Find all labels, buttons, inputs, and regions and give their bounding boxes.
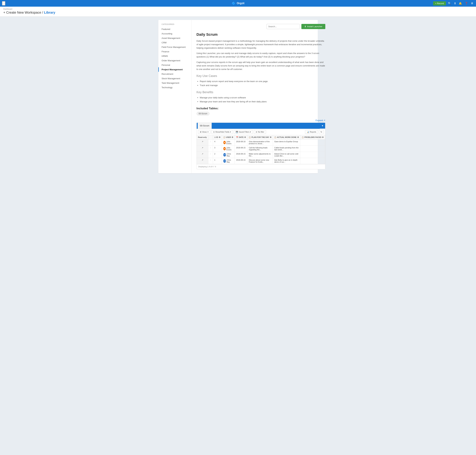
expand-label: Expand (315, 119, 323, 122)
monitor-icon-btn[interactable]: 🖥 (470, 1, 474, 6)
col-user-label: USER (226, 136, 231, 138)
key-use-cases-heading: Key Use Cases (197, 74, 326, 78)
sidebar-item-project-management[interactable]: Project Management (158, 67, 191, 72)
description-paragraph: Capturing your scrums reports in the scr… (197, 61, 326, 71)
page-title-bold: Library (44, 11, 55, 14)
cell-actual: Ask Betty to give an in depth demo of ou… (273, 158, 300, 164)
table-body: ↗⋮4JEJulia Evans2018-08-16Give demonstra… (197, 139, 325, 164)
sidebar-item-hrms[interactable]: HRMS (158, 54, 191, 58)
table-row: ↗⋮4JEJulia Evans2018-08-16Give demonstra… (197, 139, 325, 146)
col-header-actual: 📋 ACTUAL WORK DONE ⚙ (273, 135, 300, 139)
sidebar-item-featured[interactable]: Featured (158, 27, 191, 31)
sidebar-item-field-force-management[interactable]: Field Force Management (158, 45, 191, 49)
saved-filters-icon: 💾 (236, 131, 238, 133)
cell-plan: Call the following leads regarding the..… (247, 146, 273, 152)
cell-plan: Discuss about some new Feature for Euifa… (247, 158, 273, 164)
table-row: ↗⋮1CBChris Bay2018-08-16Discuss about so… (197, 158, 325, 164)
main-container: CATEGORIES FeaturedAccountingAsset Manag… (155, 16, 321, 177)
cell-date: 2018-08-15 (235, 146, 247, 152)
col-id-label: ID (216, 136, 218, 138)
app-name: Orgzit (237, 2, 244, 5)
display-count: Displaying 1-4 of 4 (198, 166, 213, 168)
cell-id: 1 (213, 158, 222, 164)
no-filter-button[interactable]: ⊘ No filter (254, 130, 266, 134)
footer-refresh-icon[interactable]: ↻ (215, 166, 216, 168)
main-content: ⬇ Install Launcher Daily Scrum Daily Scr… (192, 20, 330, 173)
sidebar-item-finance[interactable]: Finance (158, 49, 191, 54)
col-header-read-only: Read-only (197, 135, 208, 139)
col-date-label: DATE (239, 136, 244, 138)
upload-icon-btn[interactable]: ⬆ (453, 1, 457, 6)
sidebar-item-accounting[interactable]: Accounting (158, 31, 191, 36)
actual-col-icon: 📋 (274, 136, 276, 138)
row-expand-icon[interactable]: ↗ (197, 158, 208, 164)
tab-dropdown-icon[interactable]: ▾ (320, 123, 325, 129)
sidebar-item-personal[interactable]: Personal (158, 63, 191, 67)
saved-filters-chevron: ▾ (250, 131, 251, 133)
help-icon-btn[interactable]: ❓ (464, 1, 469, 6)
sidebar-item-crm[interactable]: CRM (158, 40, 191, 45)
table-tag: 00-Scrum (197, 112, 210, 115)
page-title-light: + Create New Workspace / (3, 11, 43, 14)
problems-col-settings-icon[interactable]: ⚙ (322, 136, 324, 138)
sidebar-item-recruitment[interactable]: Recruitment (158, 72, 191, 76)
row-action-menu[interactable]: ⋮ (210, 153, 212, 155)
actual-col-settings-icon[interactable]: ⚙ (297, 136, 299, 138)
sidebar-item-asset-management[interactable]: Asset Management (158, 36, 191, 40)
reports-button[interactable]: 📊 Reports (305, 130, 318, 134)
cell-actual: Gave demo to Equifax Group (273, 139, 300, 146)
cell-problems (300, 146, 325, 152)
install-label: Install Launcher (307, 25, 322, 28)
sidebar-item-stock-management[interactable]: Stock Management (158, 76, 191, 81)
plan-col-icon: 📋 (249, 136, 251, 138)
no-filter-label: No filter (258, 131, 264, 133)
workspace-title: Daily Scrum (197, 32, 326, 37)
saved-filters-button[interactable]: 💾 Saved Filters ▾ (234, 130, 253, 134)
hamburger-menu[interactable]: ☰ (2, 1, 5, 6)
refresh-button[interactable]: ↻ (319, 130, 324, 134)
categories-label: CATEGORIES (158, 23, 191, 25)
table-row: ↗⋮3JEJulia Evans2018-08-15Call the follo… (197, 146, 325, 152)
col-header-actions (208, 135, 213, 139)
sidebar-item-task-management[interactable]: Task Management (158, 81, 191, 85)
id-col-settings-icon[interactable]: ⚙ (219, 136, 221, 138)
use-case-item: Track and manage (200, 83, 326, 87)
table-row: ↗⋮2CBChris Bay2018-08-15Make some adjust… (197, 152, 325, 158)
row-actions-cell: ⋮ (208, 139, 213, 146)
plan-col-settings-icon[interactable]: ⚙ (270, 136, 271, 138)
cell-plan: Make some adjustments to the... (247, 152, 273, 158)
cell-date: 2018-08-16 (235, 139, 247, 146)
search-input[interactable] (266, 24, 300, 29)
expand-button[interactable]: Expand ↗ (315, 119, 325, 122)
row-expand-icon[interactable]: ↗ (197, 152, 208, 158)
row-action-menu[interactable]: ⋮ (210, 147, 212, 149)
row-actions-cell: ⋮ (208, 146, 213, 152)
row-expand-icon[interactable]: ↗ (197, 139, 208, 146)
no-filter-icon: ⊘ (256, 131, 257, 133)
show-hide-label: Show/Hide Fields (215, 131, 230, 133)
included-tables-heading: Included Tables: (197, 107, 326, 110)
download-icon: ⬇ (304, 25, 306, 28)
show-hide-chevron: ▾ (230, 131, 231, 133)
sidebar-item-technology[interactable]: Technology (158, 85, 191, 90)
row-action-menu[interactable]: ⋮ (210, 159, 212, 161)
user-col-settings-icon[interactable]: ⚙ (232, 136, 233, 138)
record-button[interactable]: + Record (433, 1, 446, 6)
sidebar-item-order-management[interactable]: Order Management (158, 58, 191, 63)
table-tab-name[interactable]: 00-Scrum (198, 123, 212, 128)
bell-icon-btn[interactable]: 🔔 (458, 1, 463, 6)
date-col-settings-icon[interactable]: ⚙ (244, 136, 246, 138)
row-action-menu[interactable]: ⋮ (210, 140, 212, 143)
cell-problems (300, 152, 325, 158)
user-name: Chris Bay (227, 153, 233, 157)
install-launcher-button[interactable]: ⬇ Install Launcher (301, 24, 326, 29)
data-table-wrapper: Read-only ⊟ ID ⚙ (197, 135, 325, 164)
show-hide-fields-button[interactable]: ⊡ Show/Hide Fields ▾ (211, 130, 233, 134)
use-case-item: Report daily scrum report and keep every… (200, 79, 326, 83)
search-icon-btn[interactable]: 🔍 (447, 1, 452, 6)
table-footer: Displaying 1-4 of 4 ↻ (197, 164, 325, 169)
cell-date: 2018-08-16 (235, 158, 247, 164)
row-actions-cell: ⋮ (208, 152, 213, 158)
views-button[interactable]: ⊞ Views ▾ (198, 130, 210, 134)
row-expand-icon[interactable]: ↗ (197, 146, 208, 152)
